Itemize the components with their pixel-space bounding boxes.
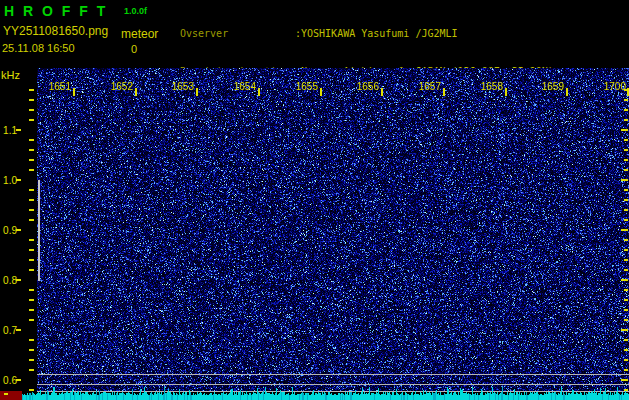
minor-tick	[624, 349, 628, 351]
station-label: Ovserver	[180, 28, 295, 41]
minor-tick	[624, 269, 628, 271]
minor-tick	[621, 229, 628, 231]
time-tick-label: 1657	[412, 81, 441, 92]
time-tick-mark	[320, 88, 322, 96]
minor-tick	[624, 249, 628, 251]
minor-tick	[624, 159, 628, 161]
detection-band-line	[37, 374, 629, 375]
freq-tick-label: 0.9	[0, 225, 17, 236]
minor-tick	[624, 149, 628, 151]
minor-tick	[29, 369, 34, 371]
minor-tick	[29, 239, 34, 241]
minor-tick	[624, 169, 628, 171]
minor-tick	[621, 179, 628, 181]
minor-tick	[624, 119, 628, 121]
app-title: H R O F F T	[4, 3, 108, 19]
freq-tick-label: 1.1	[0, 125, 17, 136]
minor-tick	[624, 209, 628, 211]
minor-tick	[29, 289, 34, 291]
time-tick-label: 1700	[597, 81, 626, 92]
freq-tick-label: 0.7	[0, 325, 17, 336]
minor-tick	[29, 99, 34, 101]
time-tick-label: 1655	[289, 81, 318, 92]
mode-label: meteor	[121, 27, 158, 41]
minor-tick	[621, 129, 628, 131]
freq-tick-dash	[16, 279, 21, 281]
minor-tick	[624, 309, 628, 311]
time-tick-mark	[566, 88, 568, 96]
capture-datetime: 25.11.08 16:50	[2, 42, 75, 54]
minor-tick	[624, 189, 628, 191]
minor-tick	[29, 219, 34, 221]
time-tick-label: 1651	[42, 81, 71, 92]
minor-tick	[621, 329, 628, 331]
minor-tick	[624, 199, 628, 201]
time-tick-label: 1653	[165, 81, 194, 92]
minor-tick	[624, 219, 628, 221]
minor-tick	[624, 389, 628, 391]
freq-tick-dash	[16, 379, 21, 381]
spectrogram-canvas	[37, 68, 629, 392]
minor-tick	[624, 299, 628, 301]
minor-tick	[624, 339, 628, 341]
time-tick-label: 1654	[227, 81, 256, 92]
minor-tick	[624, 359, 628, 361]
minor-tick	[624, 239, 628, 241]
minor-tick	[29, 359, 34, 361]
minor-tick	[4, 393, 8, 395]
minor-tick	[624, 369, 628, 371]
time-tick-mark	[196, 88, 198, 96]
minor-tick	[621, 279, 628, 281]
time-tick-mark	[443, 88, 445, 96]
freq-tick-dash	[16, 329, 21, 331]
freq-tick-dash	[16, 129, 21, 131]
time-tick-mark	[135, 88, 137, 96]
minor-tick	[29, 389, 34, 391]
minor-tick	[29, 319, 34, 321]
freq-tick-dash	[16, 179, 21, 181]
minor-tick	[29, 349, 34, 351]
freq-tick-label: 0.8	[0, 275, 17, 286]
minor-tick	[624, 289, 628, 291]
time-tick-label: 1656	[350, 81, 379, 92]
minor-tick	[624, 109, 628, 111]
meteor-count: 0	[131, 43, 137, 55]
minor-tick	[29, 109, 34, 111]
db-scale-bar	[38, 180, 40, 281]
minor-tick	[624, 99, 628, 101]
freq-tick-dash	[16, 229, 21, 231]
minor-tick	[624, 139, 628, 141]
time-tick-mark	[381, 88, 383, 96]
time-tick-label: 1659	[535, 81, 564, 92]
time-tick-label: 1652	[104, 81, 133, 92]
time-tick-mark	[73, 88, 75, 96]
hrofft-window: H R O F F T 1.0.0f YY2511081650.png mete…	[0, 0, 629, 400]
minor-tick	[29, 249, 34, 251]
minor-tick	[29, 119, 34, 121]
minor-tick	[624, 259, 628, 261]
time-tick-mark	[258, 88, 260, 96]
minor-tick	[624, 89, 628, 91]
station-row: Ovserver:YOSHIKAWA Yasufumi /JG2MLI	[180, 28, 554, 41]
capture-filename: YY2511081650.png	[3, 24, 108, 38]
minor-tick	[624, 319, 628, 321]
minor-tick	[29, 159, 34, 161]
minor-tick	[29, 89, 34, 91]
minor-tick	[29, 199, 34, 201]
minor-tick	[29, 309, 34, 311]
freq-axis-unit: kHz	[1, 69, 20, 81]
minor-tick	[621, 379, 628, 381]
app-version: 1.0.0f	[124, 6, 147, 16]
minor-tick	[29, 339, 34, 341]
minor-tick	[29, 189, 34, 191]
freq-tick-label: 0.6	[0, 375, 17, 386]
minor-tick	[29, 139, 34, 141]
freq-tick-label: 1.0	[0, 175, 17, 186]
time-tick-label: 1658	[474, 81, 503, 92]
minor-tick	[29, 209, 34, 211]
minor-tick	[29, 149, 34, 151]
minor-tick	[29, 269, 34, 271]
time-tick-mark	[505, 88, 507, 96]
minor-tick	[29, 259, 34, 261]
level-meter-canvas	[22, 385, 629, 400]
